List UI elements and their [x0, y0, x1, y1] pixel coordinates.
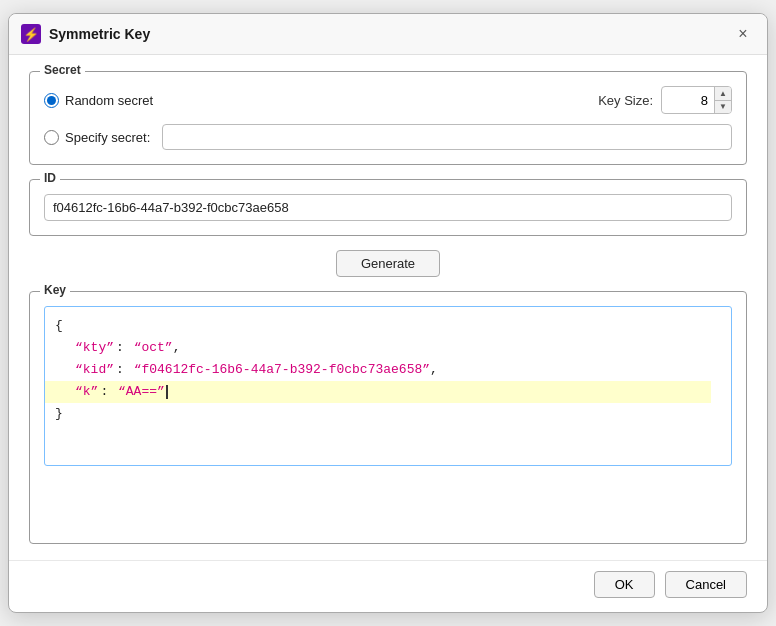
generate-button[interactable]: Generate — [336, 250, 440, 277]
key-json-display: { “kty” : “oct” , “kid” : “f04612fc-16b6… — [44, 306, 732, 466]
spinner-arrows: ▲ ▼ — [714, 87, 731, 113]
text-cursor — [166, 385, 168, 399]
json-brace-close: } — [55, 403, 721, 425]
titlebar: ⚡ Symmetric Key × — [9, 14, 767, 55]
json-kty-line: “kty” : “oct” , — [55, 337, 721, 359]
dialog-title: Symmetric Key — [49, 26, 723, 42]
ok-button[interactable]: OK — [594, 571, 655, 598]
cancel-button[interactable]: Cancel — [665, 571, 747, 598]
dialog-footer: OK Cancel — [9, 560, 767, 612]
generate-row: Generate — [29, 250, 747, 277]
key-fieldset: Key { “kty” : “oct” , “kid” : “f04612fc-… — [29, 291, 747, 544]
dialog-icon: ⚡ — [21, 24, 41, 44]
spinner-down-button[interactable]: ▼ — [715, 100, 731, 114]
secret-fieldset: Secret Random secret Key Size: ▲ ▼ — [29, 71, 747, 165]
random-secret-radio[interactable] — [44, 93, 59, 108]
key-size-spinner[interactable]: ▲ ▼ — [661, 86, 732, 114]
key-size-label: Key Size: — [598, 93, 653, 108]
symmetric-key-dialog: ⚡ Symmetric Key × Secret Random secret K… — [8, 13, 768, 613]
key-size-input[interactable] — [662, 90, 714, 111]
id-legend: ID — [40, 171, 60, 185]
id-input[interactable] — [44, 194, 732, 221]
dialog-body: Secret Random secret Key Size: ▲ ▼ — [9, 55, 767, 560]
json-brace-open: { — [55, 315, 721, 337]
id-fieldset: ID — [29, 179, 747, 236]
secret-legend: Secret — [40, 63, 85, 77]
json-kid-line: “kid” : “f04612fc-16b6-44a7-b392-f0cbc73… — [55, 359, 721, 381]
specify-secret-radio[interactable] — [44, 130, 59, 145]
random-secret-label[interactable]: Random secret — [44, 93, 153, 108]
key-legend: Key — [40, 283, 70, 297]
close-button[interactable]: × — [731, 22, 755, 46]
specify-secret-row: Specify secret: — [44, 124, 732, 150]
spinner-up-button[interactable]: ▲ — [715, 87, 731, 100]
key-size-group: Key Size: ▲ ▼ — [598, 86, 732, 114]
json-k-line: “k” : “AA==” — [55, 381, 721, 403]
specify-secret-label[interactable]: Specify secret: — [44, 130, 150, 145]
random-secret-row: Random secret Key Size: ▲ ▼ — [44, 86, 732, 114]
specify-secret-input[interactable] — [162, 124, 732, 150]
